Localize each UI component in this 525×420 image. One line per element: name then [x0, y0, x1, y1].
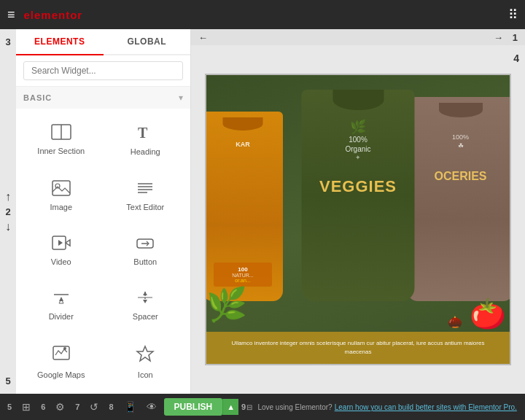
- chevron-down-icon: ▾: [179, 93, 183, 103]
- menu-icon[interactable]: ≡: [7, 7, 15, 23]
- widgets-grid: Inner Section T Heading: [16, 109, 190, 394]
- svg-marker-10: [66, 240, 70, 246]
- annotation-8-label: 8: [109, 402, 113, 411]
- grid-icon[interactable]: ⠿: [508, 7, 518, 23]
- herb-decoration: 🌿: [206, 285, 247, 324]
- widget-spacer-label: Spacer: [133, 312, 158, 321]
- video-icon: [52, 235, 71, 254]
- annotation-3: 3: [5, 36, 10, 47]
- widget-icon[interactable]: Icon: [104, 334, 187, 390]
- svg-text:T: T: [138, 125, 148, 141]
- bottom-icons: 5 ⊞ 6 ⚙ 7 ↺ 8 📱 👁: [7, 401, 157, 413]
- main-area: 3 ↑ 2 ↓ 5 ELEMENTS GLOBAL BASIC ▾: [0, 29, 525, 394]
- description-text: Ullamco inventore integer omnis sceleris…: [221, 339, 495, 357]
- tab-elements[interactable]: ELEMENTS: [16, 29, 104, 55]
- layers-icon[interactable]: ⊞: [22, 401, 31, 413]
- divider-icon: [52, 289, 71, 308]
- widget-text-editor-label: Text Editor: [126, 203, 164, 211]
- widget-video-label: Video: [51, 257, 71, 266]
- sidebar-wrapper: 3 ↑ 2 ↓ 5 ELEMENTS GLOBAL BASIC ▾: [0, 29, 191, 394]
- widget-image[interactable]: Image: [20, 168, 103, 222]
- bag-left: KAR 100 NATUR... or.an...: [205, 112, 283, 301]
- image-icon: [52, 180, 71, 199]
- widget-image-label: Image: [50, 203, 72, 211]
- annotation-5-label: 5: [7, 402, 12, 411]
- publish-dropdown-button[interactable]: ▲: [222, 399, 238, 415]
- svg-marker-23: [137, 346, 153, 361]
- canvas-wrapper: ← 1 → 4 KAR 100: [191, 29, 525, 394]
- icon-icon: [136, 345, 155, 367]
- widget-spacer[interactable]: Spacer: [104, 279, 187, 332]
- annotation-left-arrow: ←: [198, 32, 208, 43]
- svg-marker-18: [143, 292, 147, 295]
- widget-divider[interactable]: Divider: [20, 279, 103, 332]
- widget-video[interactable]: Video: [20, 224, 103, 277]
- publish-area: PUBLISH ▲ 9: [161, 398, 246, 416]
- right-arrow: →: [494, 32, 503, 43]
- elementor-logo: elementor: [24, 9, 508, 21]
- responsive-icon[interactable]: 📱: [124, 401, 136, 413]
- widget-icon-label: Icon: [138, 370, 153, 379]
- svg-rect-3: [52, 181, 70, 195]
- bag-veggies-text: VEGGIES: [306, 177, 411, 196]
- bag-center: 🌿 100%Organic ✦ VEGGIES: [302, 90, 415, 301]
- publish-button[interactable]: PUBLISH: [164, 398, 223, 416]
- heading-icon: T: [136, 123, 154, 144]
- left-ruler: 3 ↑ 2 ↓ 5: [0, 29, 16, 394]
- top-bar: ≡ elementor ⠿: [0, 0, 525, 29]
- product-display: KAR 100 NATUR... or.an... 100%☘: [205, 74, 511, 365]
- elementor-logo-small: ⊟: [246, 403, 252, 411]
- annotation-6-label: 6: [41, 402, 45, 411]
- svg-point-22: [63, 347, 66, 350]
- bottom-message: ⊟ Love using Elementor? Learn how you ca…: [246, 402, 518, 411]
- sidebar: ELEMENTS GLOBAL BASIC ▾: [16, 29, 191, 394]
- elementor-pro-link[interactable]: Learn how you can build better sites wit…: [335, 403, 517, 411]
- section-basic[interactable]: BASIC ▾: [16, 87, 190, 109]
- svg-marker-11: [58, 240, 63, 246]
- widget-google-maps-label: Google Maps: [37, 370, 85, 379]
- annotation-7-label: 7: [75, 402, 79, 411]
- canvas-area[interactable]: 4 KAR 100 NATUR... or.an...: [191, 45, 525, 394]
- google-maps-icon: [52, 345, 71, 367]
- settings-icon[interactable]: ⚙: [55, 401, 65, 413]
- widget-heading-label: Heading: [131, 147, 160, 156]
- annotation-2: 2: [5, 206, 10, 217]
- widget-google-maps[interactable]: Google Maps: [20, 334, 103, 390]
- widget-button[interactable]: Button: [104, 224, 187, 277]
- annotation-4: 4: [513, 52, 519, 64]
- svg-marker-19: [143, 300, 147, 303]
- sidebar-tabs: ELEMENTS GLOBAL: [16, 29, 190, 55]
- spice-decoration: 🌰: [448, 315, 462, 329]
- annotation-5: 5: [5, 376, 10, 386]
- bag-right-text: OCERIES: [415, 170, 506, 183]
- description-band: Ullamco inventore integer omnis sceleris…: [206, 332, 510, 364]
- inner-section-icon: [51, 124, 71, 143]
- widget-heading[interactable]: T Heading: [104, 112, 187, 167]
- canvas-top-ruler: ← 1 →: [191, 29, 525, 45]
- section-basic-label: BASIC: [23, 93, 52, 102]
- widget-divider-label: Divider: [49, 312, 74, 321]
- svg-point-4: [55, 184, 60, 188]
- widget-inner-section-label: Inner Section: [37, 147, 85, 155]
- tab-global[interactable]: GLOBAL: [104, 29, 191, 54]
- text-editor-icon: [136, 180, 155, 199]
- button-icon: [136, 235, 155, 254]
- widget-inner-section[interactable]: Inner Section: [20, 112, 103, 167]
- spacer-icon: [136, 289, 155, 308]
- canvas-bg: KAR 100 NATUR... or.an... 100%☘: [205, 74, 511, 365]
- history-icon[interactable]: ↺: [90, 401, 98, 413]
- search-box: [16, 55, 190, 87]
- widget-button-label: Button: [133, 257, 157, 266]
- bottom-bar: 5 ⊞ 6 ⚙ 7 ↺ 8 📱 👁 PUBLISH ▲ 9 ⊟ Love usi…: [0, 394, 525, 420]
- widget-text-editor[interactable]: Text Editor: [104, 168, 187, 222]
- annotation-1: 1: [513, 32, 518, 43]
- bag-organic-text: 100%Organic: [309, 135, 408, 154]
- bottom-message-text: Love using Elementor?: [257, 403, 332, 411]
- bag-right: 100%☘ OCERIES: [408, 97, 511, 301]
- eye-icon[interactable]: 👁: [147, 401, 157, 413]
- search-input[interactable]: [23, 61, 183, 80]
- left-arrow-bracket: ↑ 2 ↓: [5, 190, 11, 233]
- tomato-decoration: 🍅: [470, 297, 506, 331]
